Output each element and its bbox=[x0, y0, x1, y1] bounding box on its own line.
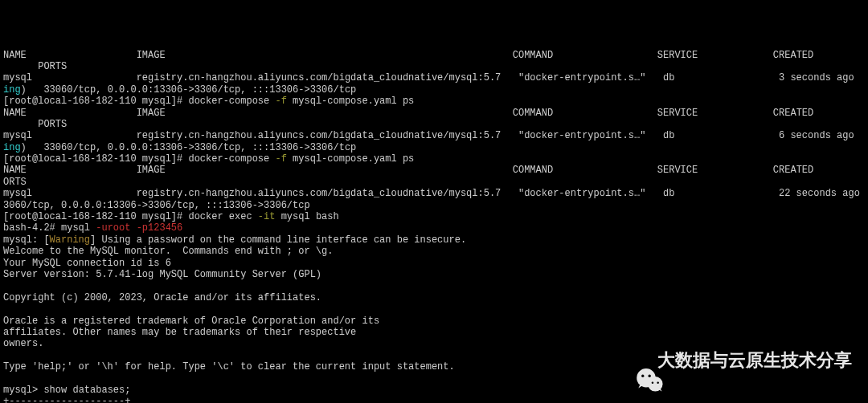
bash-prompt: bash-4.2# mysql -uroot -p123456 bbox=[3, 222, 182, 234]
svg-point-5 bbox=[657, 382, 660, 385]
mysql-prompt: mysql> show databases; bbox=[3, 385, 130, 396]
mysql-trademark: Oracle is a registered trademark of Orac… bbox=[3, 315, 379, 327]
svg-point-4 bbox=[652, 382, 654, 385]
mysql-version: Server version: 5.7.41-log MySQL Communi… bbox=[3, 269, 321, 280]
mysql-trademark: affiliates. Other names may be trademark… bbox=[3, 327, 356, 338]
ps-row: mysql registry.cn-hangzhou.aliyuncs.com/… bbox=[3, 72, 868, 95]
svg-point-2 bbox=[642, 375, 645, 377]
ps-row: mysql registry.cn-hangzhou.aliyuncs.com/… bbox=[3, 130, 868, 153]
svg-point-3 bbox=[649, 375, 651, 377]
watermark-text: 大数据与云原生技术分享 bbox=[657, 350, 852, 371]
ps-header-row: NAME IMAGE COMMAND SERVICE CREATED STATU… bbox=[3, 108, 868, 130]
mysql-connection: Your MySQL connection id is 6 bbox=[3, 258, 171, 269]
mysql-help: Type 'help;' or '\h' for help. Type '\c'… bbox=[3, 361, 455, 372]
shell-prompt: [root@local-168-182-110 mysql]# docker e… bbox=[3, 211, 339, 222]
ps-header-row: NAME IMAGE COMMAND SERVICE CREATED STATU… bbox=[3, 165, 868, 187]
shell-prompt: [root@local-168-182-110 mysql]# docker-c… bbox=[3, 153, 414, 165]
table-border: +--------------------+ bbox=[3, 396, 130, 403]
wechat-icon bbox=[614, 344, 648, 377]
mysql-welcome: Welcome to the MySQL monitor. Commands e… bbox=[3, 246, 333, 257]
mysql-trademark: owners. bbox=[3, 338, 43, 349]
shell-prompt: [root@local-168-182-110 mysql]# docker-c… bbox=[3, 96, 414, 107]
mysql-warning: mysql: [Warning] Using a password on the… bbox=[3, 234, 466, 246]
mysql-copyright: Copyright (c) 2000, 2023, Oracle and/or … bbox=[3, 292, 321, 303]
watermark: 大数据与云原生技术分享 bbox=[614, 344, 852, 377]
ps-header-row: NAME IMAGE COMMAND SERVICE CREATED STATU… bbox=[3, 50, 868, 72]
ps-row: mysql registry.cn-hangzhou.aliyuncs.com/… bbox=[3, 188, 868, 210]
